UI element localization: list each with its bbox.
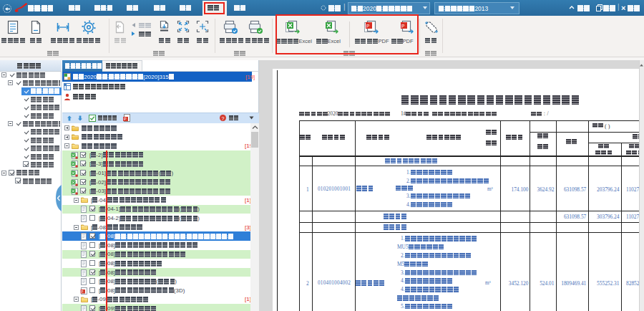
svg-text:P: P	[124, 117, 127, 121]
svg-text:?: ?	[222, 116, 225, 121]
svg-text:P: P	[81, 290, 83, 293]
